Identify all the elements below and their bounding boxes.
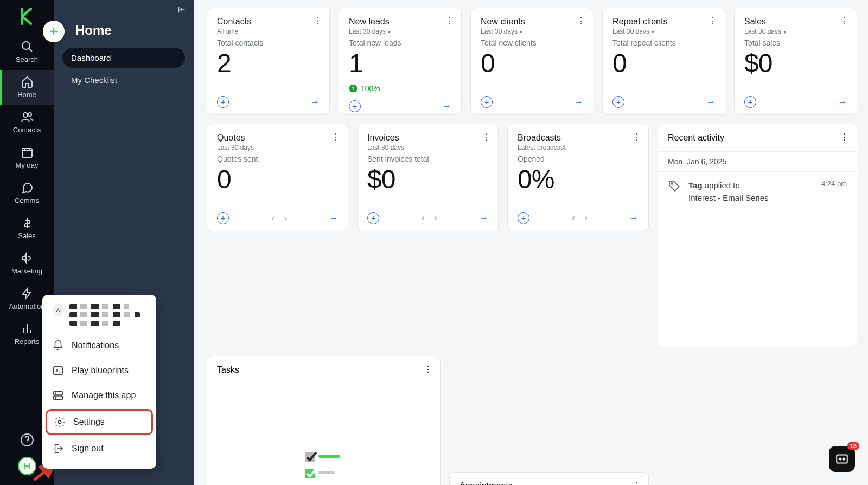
card-period-dropdown[interactable]: Last 30 days▾ (612, 28, 715, 35)
card-period: Latest broadcast (518, 144, 639, 151)
card-go-button[interactable]: → (630, 213, 639, 223)
svg-point-16 (58, 420, 61, 424)
card-period-dropdown[interactable]: Last 30 days▾ (349, 28, 451, 35)
menu-item-label: Manage this app (72, 391, 136, 400)
menu-item-label: Play blueprints (72, 366, 129, 375)
card-title: Quotes (217, 133, 338, 143)
card-metric-label: Total new leads (349, 39, 451, 47)
avatar: A (52, 304, 64, 316)
nav-marketing[interactable]: Marketing (0, 246, 54, 282)
card-quotes: ⋮ Quotes Last 30 days Quotes sent 0 + ‹ … (207, 124, 348, 231)
nav-home[interactable]: Home (0, 70, 54, 105)
svg-point-14 (55, 393, 56, 394)
card-metric-label: Total repeat clients (612, 39, 715, 47)
card-add-button[interactable]: + (217, 96, 229, 108)
card-go-button[interactable]: → (480, 213, 488, 223)
dollar-icon (21, 216, 34, 229)
redacted-name (69, 304, 140, 326)
menu-blueprints[interactable]: Play blueprints (42, 358, 156, 383)
card-go-button[interactable]: → (575, 97, 583, 107)
menu-signout[interactable]: Sign out (42, 436, 156, 461)
card-add-button[interactable]: + (217, 212, 229, 224)
nav-label: Comms (15, 196, 39, 205)
card-trend: 100% (349, 84, 451, 93)
sidebar-link-checklist[interactable]: My Checklist (62, 70, 185, 90)
nav-label: Sales (18, 232, 36, 240)
calendar-icon (21, 146, 34, 159)
card-pager: ‹ › (572, 213, 588, 223)
menu-manage-app[interactable]: Manage this app (42, 383, 156, 408)
card-menu-button[interactable]: ⋮ (632, 132, 641, 142)
panel-menu-button[interactable]: ⋮ (632, 480, 641, 485)
plus-icon (48, 26, 59, 37)
card-pager: ‹ › (271, 213, 287, 223)
nav-label: My day (16, 161, 39, 169)
card-add-button[interactable]: + (481, 96, 493, 108)
sidebar-link-dashboard[interactable]: Dashboard (62, 48, 185, 68)
card-go-button[interactable]: → (311, 97, 320, 107)
collapse-sidebar-button[interactable] (177, 5, 186, 16)
signout-icon (52, 443, 64, 455)
card-new-leads: ⋮ New leads Last 30 days▾ Total new lead… (339, 8, 462, 115)
card-add-button[interactable]: + (349, 100, 361, 112)
activity-entry[interactable]: Tag applied to Interest - Email Series 4… (658, 172, 857, 212)
megaphone-icon (21, 252, 34, 265)
card-period-dropdown[interactable]: Last 30 days▾ (744, 28, 847, 35)
prev-button[interactable]: ‹ (271, 213, 274, 223)
nav-contacts[interactable]: Contacts (0, 105, 54, 141)
nav-label: Reports (15, 337, 40, 346)
panel-menu-button[interactable]: ⋮ (424, 364, 432, 374)
avatar-icon (23, 462, 31, 470)
next-button[interactable]: › (284, 213, 287, 223)
svg-point-19 (843, 458, 845, 460)
card-menu-button[interactable]: ⋮ (709, 16, 717, 26)
blueprint-icon (52, 365, 64, 376)
panel-menu-button[interactable]: ⋮ (840, 132, 849, 142)
profile-menu: A Notifications Play blueprints Manage t… (42, 295, 156, 469)
card-go-button[interactable]: → (838, 97, 847, 107)
nav-label: Search (16, 55, 38, 63)
card-menu-button[interactable]: ⋮ (313, 16, 322, 26)
svg-point-2 (28, 113, 31, 116)
next-button[interactable]: › (585, 213, 588, 223)
nav-myday[interactable]: My day (0, 141, 54, 176)
prev-button[interactable]: ‹ (572, 213, 575, 223)
card-go-button[interactable]: → (329, 213, 338, 223)
card-menu-button[interactable]: ⋮ (840, 16, 849, 26)
menu-item-label: Settings (73, 417, 105, 427)
help-button[interactable] (18, 431, 36, 449)
nav-comms[interactable]: Comms (0, 176, 54, 211)
card-menu-button[interactable]: ⋮ (331, 132, 340, 142)
section-title: Home (75, 23, 185, 38)
card-menu-button[interactable]: ⋮ (577, 16, 585, 26)
card-metric-label: Total sales (744, 39, 847, 47)
card-go-button[interactable]: → (443, 101, 451, 111)
tasks-empty-illustration (302, 449, 346, 482)
activity-date: Mon, Jan 6, 2025 (658, 152, 857, 172)
card-menu-button[interactable]: ⋮ (482, 132, 490, 142)
card-period-dropdown[interactable]: Last 30 days▾ (481, 28, 583, 35)
card-add-button[interactable]: + (367, 212, 379, 224)
card-go-button[interactable]: → (706, 97, 715, 107)
svg-point-15 (55, 397, 56, 398)
nav-sales[interactable]: Sales (0, 211, 54, 246)
svg-point-0 (22, 42, 30, 49)
menu-notifications[interactable]: Notifications (42, 333, 156, 358)
global-add-button[interactable] (43, 21, 65, 42)
menu-settings[interactable]: Settings (46, 409, 153, 435)
card-add-button[interactable]: + (744, 96, 756, 108)
chevron-down-icon: ▾ (388, 29, 391, 35)
card-add-button[interactable]: + (612, 96, 624, 108)
chevron-down-icon: ▾ (520, 29, 522, 35)
prev-button[interactable]: ‹ (422, 213, 424, 223)
card-new-clients: ⋮ New clients Last 30 days▾ Total new cl… (470, 8, 593, 115)
help-widget-button[interactable]: 13 (829, 446, 855, 472)
card-add-button[interactable]: + (518, 212, 529, 224)
card-period: All time (217, 28, 320, 35)
card-sales: ⋮ Sales Last 30 days▾ Total sales $0 + → (734, 8, 857, 115)
card-value: 0 (481, 50, 583, 76)
card-metric-label: Total contacts (217, 39, 320, 47)
nav-search[interactable]: Search (0, 35, 54, 70)
next-button[interactable]: › (435, 213, 437, 223)
card-menu-button[interactable]: ⋮ (445, 16, 454, 26)
